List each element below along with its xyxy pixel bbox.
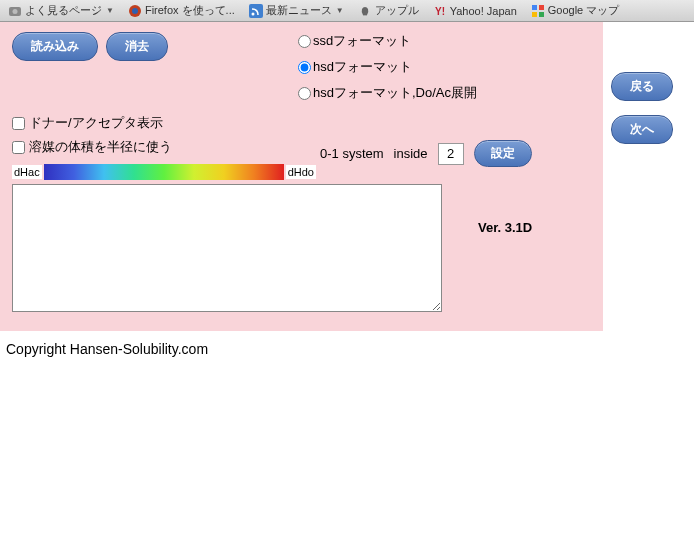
google-icon: [531, 4, 545, 18]
bookmark-label: Yahoo! Japan: [450, 5, 517, 17]
bookmark-label: 最新ニュース: [266, 3, 332, 18]
camera-icon: [8, 4, 22, 18]
yahoo-icon: Y!: [433, 4, 447, 18]
settings-button[interactable]: 設定: [474, 140, 532, 167]
radio-ssd-format[interactable]: [298, 35, 311, 48]
checkbox-donor-acceptor[interactable]: [12, 117, 25, 130]
inside-input[interactable]: [438, 143, 464, 165]
bookmark-label: よく見るページ: [25, 3, 102, 18]
radio-label: ssdフォーマット: [313, 32, 411, 50]
bookmark-yahoo[interactable]: Y! Yahoo! Japan: [429, 3, 521, 19]
radio-label: hsdフォーマット: [313, 58, 412, 76]
load-button[interactable]: 読み込み: [12, 32, 98, 61]
system-label: 0-1 system: [320, 146, 384, 161]
copyright-text: Copyright Hansen-Solubility.com: [0, 331, 694, 367]
apple-icon: [358, 4, 372, 18]
bookmark-label: Firefox を使って...: [145, 3, 235, 18]
checkbox-solvent-volume[interactable]: [12, 141, 25, 154]
svg-rect-8: [539, 5, 544, 10]
chevron-down-icon: ▼: [106, 6, 114, 15]
bookmark-google-maps[interactable]: Google マップ: [527, 2, 624, 19]
color-gradient-bar: [44, 164, 284, 180]
svg-rect-10: [539, 12, 544, 17]
main-content: 読み込み 消去 ssdフォーマット hsdフォーマット hsdフォーマット,Do…: [0, 22, 694, 331]
checkbox-label: 溶媒の体積を半径に使う: [29, 138, 172, 156]
chevron-down-icon: ▼: [336, 6, 344, 15]
nav-panel: 戻る 次へ: [603, 22, 681, 331]
format-radio-group: ssdフォーマット hsdフォーマット hsdフォーマット,Do/Ac展開: [298, 32, 477, 102]
radio-hsd-format[interactable]: [298, 61, 311, 74]
bookmark-frequent[interactable]: よく見るページ ▼: [4, 2, 118, 19]
inside-label: inside: [394, 146, 428, 161]
radio-hsd-doac-format[interactable]: [298, 87, 311, 100]
firefox-icon: [128, 4, 142, 18]
checkbox-label: ドナー/アクセプタ表示: [29, 114, 163, 132]
control-panel: 読み込み 消去 ssdフォーマット hsdフォーマット hsdフォーマット,Do…: [0, 22, 603, 331]
svg-point-1: [13, 9, 18, 14]
svg-point-5: [251, 12, 254, 15]
bookmark-news[interactable]: 最新ニュース ▼: [245, 2, 348, 19]
bookmark-label: Google マップ: [548, 3, 620, 18]
bookmark-label: アップル: [375, 3, 419, 18]
svg-text:Y!: Y!: [435, 6, 445, 17]
bookmark-firefox[interactable]: Firefox を使って...: [124, 2, 239, 19]
next-button[interactable]: 次へ: [611, 115, 673, 144]
clear-button[interactable]: 消去: [106, 32, 168, 61]
bookmark-apple[interactable]: アップル: [354, 2, 423, 19]
svg-point-3: [132, 8, 138, 14]
bookmarks-toolbar: よく見るページ ▼ Firefox を使って... 最新ニュース ▼ アップル …: [0, 0, 694, 22]
back-button[interactable]: 戻る: [611, 72, 673, 101]
version-text: Ver. 3.1D: [478, 220, 532, 235]
svg-rect-7: [532, 5, 537, 10]
gradient-right-label: dHdo: [286, 165, 316, 179]
rss-icon: [249, 4, 263, 18]
svg-rect-9: [532, 12, 537, 17]
gradient-left-label: dHac: [12, 165, 42, 179]
data-textarea[interactable]: [12, 184, 442, 312]
radio-label: hsdフォーマット,Do/Ac展開: [313, 84, 477, 102]
